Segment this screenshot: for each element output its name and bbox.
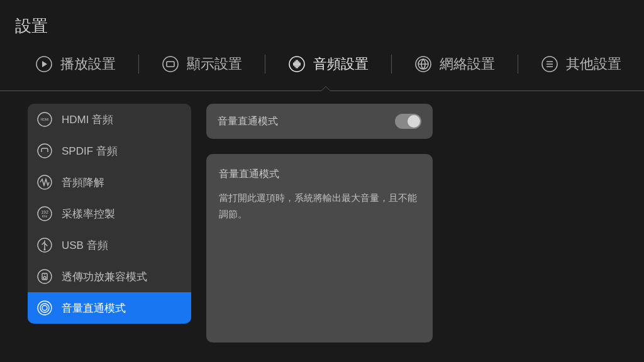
- play-icon: [35, 55, 53, 73]
- svg-point-9: [38, 144, 52, 158]
- tab-divider: [265, 55, 265, 74]
- svg-rect-2: [167, 62, 174, 67]
- tab-divider: [518, 55, 518, 74]
- sidebar-item-spdif[interactable]: SPDIF 音頻: [28, 135, 191, 167]
- tab-label: 其他設置: [566, 55, 621, 74]
- svg-point-15: [44, 249, 46, 251]
- svg-point-22: [40, 304, 49, 312]
- svg-point-19: [44, 274, 45, 275]
- tab-label: 音頻設置: [313, 55, 369, 74]
- tab-audio[interactable]: 音頻設置: [283, 55, 374, 74]
- svg-point-18: [43, 277, 46, 279]
- sidebar-item-label: 透傳功放兼容模式: [62, 270, 147, 284]
- toggle-label: 音量直通模式: [218, 115, 278, 128]
- description-title: 音量直通模式: [219, 168, 420, 181]
- tab-playback[interactable]: 播放設置: [30, 55, 121, 74]
- usb-icon: [36, 237, 53, 253]
- khz-icon: 192Khz: [36, 206, 53, 222]
- active-tab-marker-icon: [321, 86, 331, 91]
- page-title: 設置: [0, 0, 644, 37]
- sidebar-item-volume-passthrough[interactable]: 音量直通模式: [28, 292, 191, 324]
- globe-icon: [414, 55, 432, 73]
- speaker-icon: [36, 268, 53, 285]
- tab-label: 網絡設置: [440, 55, 495, 74]
- svg-point-21: [42, 305, 47, 310]
- audio-sidebar: HDMI HDMI 音頻 SPDIF 音頻 音頻降解 192Khz 采樣率控製: [28, 104, 191, 324]
- spdif-icon: [36, 143, 53, 159]
- tab-other[interactable]: 其他設置: [536, 55, 626, 74]
- svg-point-1: [163, 57, 178, 72]
- svg-point-3: [289, 57, 304, 72]
- wave-icon: [36, 174, 53, 190]
- tab-network[interactable]: 網絡設置: [409, 55, 500, 74]
- volume-icon: [36, 300, 53, 316]
- sidebar-item-label: 音量直通模式: [62, 301, 126, 315]
- sidebar-item-label: 音頻降解: [62, 175, 104, 190]
- main-column: 音量直通模式 音量直通模式 當打開此選項時，系統將輸出最大音量，且不能調節。: [206, 104, 433, 343]
- svg-text:192: 192: [41, 210, 48, 214]
- sidebar-item-label: 采樣率控製: [62, 207, 115, 221]
- svg-text:HDMI: HDMI: [41, 118, 49, 121]
- list-icon: [541, 55, 558, 73]
- volume-passthrough-row[interactable]: 音量直通模式: [206, 104, 433, 139]
- equalizer-icon: [288, 55, 306, 73]
- volume-passthrough-toggle[interactable]: [395, 114, 421, 129]
- sidebar-item-label: SPDIF 音頻: [62, 144, 118, 158]
- tab-label: 播放設置: [60, 55, 116, 74]
- sidebar-item-usb[interactable]: USB 音頻: [28, 229, 191, 261]
- sidebar-item-label: HDMI 音頻: [62, 112, 113, 127]
- svg-text:Khz: Khz: [42, 214, 48, 218]
- tab-label: 顯示設置: [187, 55, 242, 74]
- sidebar-item-hdmi[interactable]: HDMI HDMI 音頻: [28, 104, 191, 135]
- sidebar-item-downmix[interactable]: 音頻降解: [28, 167, 191, 198]
- description-card: 音量直通模式 當打開此選項時，系統將輸出最大音量，且不能調節。: [206, 154, 433, 343]
- tabs-bar: 播放設置 顯示設置 音頻設置 網絡設置 其他設置: [0, 37, 644, 74]
- tab-divider: [138, 55, 139, 74]
- sidebar-item-label: USB 音頻: [62, 238, 108, 253]
- tab-display[interactable]: 顯示設置: [157, 55, 247, 74]
- monitor-icon: [162, 55, 179, 73]
- hdmi-icon: HDMI: [36, 111, 53, 128]
- sidebar-item-samplerate[interactable]: 192Khz 采樣率控製: [28, 198, 191, 229]
- tab-divider: [391, 55, 392, 74]
- sidebar-item-passthrough-compat[interactable]: 透傳功放兼容模式: [28, 261, 191, 292]
- description-body: 當打開此選項時，系統將輸出最大音量，且不能調節。: [219, 190, 420, 222]
- toggle-knob-icon: [408, 115, 420, 128]
- content-area: HDMI HDMI 音頻 SPDIF 音頻 音頻降解 192Khz 采樣率控製: [0, 74, 644, 343]
